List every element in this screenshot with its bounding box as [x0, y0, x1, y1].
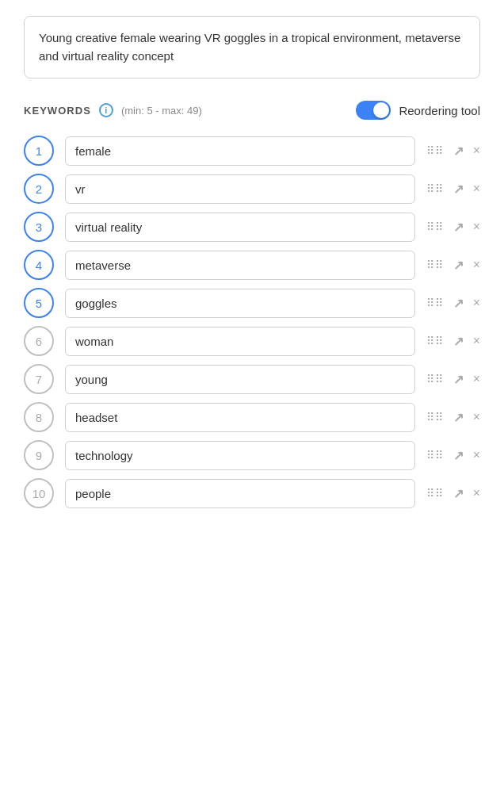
drag-icon[interactable]: ⠿⠿: [426, 335, 444, 347]
remove-icon[interactable]: ×: [473, 220, 480, 234]
remove-icon[interactable]: ×: [473, 448, 480, 462]
drag-icon[interactable]: ⠿⠿: [426, 220, 444, 233]
keyword-row: 8 ⠿⠿ ↗ ×: [24, 402, 480, 432]
description-text: Young creative female wearing VR goggles…: [39, 31, 460, 63]
keywords-range: (min: 5 - max: 49): [121, 105, 202, 117]
remove-icon[interactable]: ×: [473, 144, 480, 158]
keyword-input[interactable]: [65, 479, 415, 508]
keyword-input[interactable]: [65, 327, 415, 356]
move-up-icon[interactable]: ↗: [453, 448, 464, 463]
keyword-input[interactable]: [65, 365, 415, 394]
row-actions: ⠿⠿ ↗ ×: [426, 410, 480, 425]
remove-icon[interactable]: ×: [473, 410, 480, 424]
row-actions: ⠿⠿ ↗ ×: [426, 448, 480, 463]
remove-icon[interactable]: ×: [473, 258, 480, 272]
move-up-icon[interactable]: ↗: [453, 182, 464, 197]
drag-icon[interactable]: ⠿⠿: [426, 411, 444, 423]
remove-icon[interactable]: ×: [473, 182, 480, 196]
description-box: Young creative female wearing VR goggles…: [24, 16, 480, 79]
keyword-number: 9: [24, 440, 54, 470]
drag-icon[interactable]: ⠿⠿: [426, 487, 444, 500]
row-actions: ⠿⠿ ↗ ×: [426, 486, 480, 501]
move-up-icon[interactable]: ↗: [453, 220, 464, 235]
keyword-number: 5: [24, 288, 54, 318]
keyword-number: 2: [24, 174, 54, 204]
keywords-list: 1 ⠿⠿ ↗ × 2 ⠿⠿ ↗ × 3 ⠿⠿ ↗ × 4: [24, 136, 480, 508]
keyword-number: 4: [24, 250, 54, 280]
keyword-input[interactable]: [65, 213, 415, 242]
keyword-number: 7: [24, 364, 54, 394]
keyword-input[interactable]: [65, 136, 415, 166]
move-up-icon[interactable]: ↗: [453, 258, 464, 273]
keyword-input[interactable]: [65, 251, 415, 280]
keyword-row: 9 ⠿⠿ ↗ ×: [24, 440, 480, 470]
move-up-icon[interactable]: ↗: [453, 334, 464, 349]
row-actions: ⠿⠿ ↗ ×: [426, 182, 480, 197]
row-actions: ⠿⠿ ↗ ×: [426, 296, 480, 311]
drag-icon[interactable]: ⠿⠿: [426, 373, 444, 385]
keyword-row: 1 ⠿⠿ ↗ ×: [24, 136, 480, 166]
keyword-number: 10: [24, 478, 54, 508]
keyword-number: 1: [24, 136, 54, 166]
keyword-number: 8: [24, 402, 54, 432]
keyword-input[interactable]: [65, 289, 415, 318]
keyword-row: 6 ⠿⠿ ↗ ×: [24, 326, 480, 356]
keywords-label: KEYWORDS: [24, 105, 91, 117]
move-up-icon[interactable]: ↗: [453, 410, 464, 425]
keyword-input[interactable]: [65, 441, 415, 470]
remove-icon[interactable]: ×: [473, 486, 480, 500]
keyword-row: 10 ⠿⠿ ↗ ×: [24, 478, 480, 508]
drag-icon[interactable]: ⠿⠿: [426, 259, 444, 271]
drag-icon[interactable]: ⠿⠿: [426, 297, 444, 309]
keyword-row: 2 ⠿⠿ ↗ ×: [24, 174, 480, 204]
move-up-icon[interactable]: ↗: [453, 296, 464, 311]
row-actions: ⠿⠿ ↗ ×: [426, 220, 480, 235]
reordering-toggle-label: Reordering tool: [399, 104, 480, 117]
remove-icon[interactable]: ×: [473, 296, 480, 310]
keyword-row: 3 ⠿⠿ ↗ ×: [24, 212, 480, 242]
move-up-icon[interactable]: ↗: [453, 144, 464, 159]
keywords-header: KEYWORDS i (min: 5 - max: 49) Reordering…: [24, 101, 480, 120]
keyword-input[interactable]: [65, 403, 415, 432]
keyword-row: 5 ⠿⠿ ↗ ×: [24, 288, 480, 318]
keyword-number: 6: [24, 326, 54, 356]
row-actions: ⠿⠿ ↗ ×: [426, 334, 480, 349]
toggle-knob: [373, 102, 389, 118]
row-actions: ⠿⠿ ↗ ×: [426, 258, 480, 273]
drag-icon[interactable]: ⠿⠿: [426, 144, 444, 157]
drag-icon[interactable]: ⠿⠿: [426, 182, 444, 195]
drag-icon[interactable]: ⠿⠿: [426, 449, 444, 462]
keyword-row: 7 ⠿⠿ ↗ ×: [24, 364, 480, 394]
keyword-input[interactable]: [65, 174, 415, 204]
move-up-icon[interactable]: ↗: [453, 486, 464, 501]
remove-icon[interactable]: ×: [473, 334, 480, 348]
keyword-number: 3: [24, 212, 54, 242]
info-icon[interactable]: i: [99, 103, 113, 117]
remove-icon[interactable]: ×: [473, 372, 480, 386]
row-actions: ⠿⠿ ↗ ×: [426, 144, 480, 159]
keyword-row: 4 ⠿⠿ ↗ ×: [24, 250, 480, 280]
reordering-toggle-container: Reordering tool: [356, 101, 480, 120]
move-up-icon[interactable]: ↗: [453, 372, 464, 387]
row-actions: ⠿⠿ ↗ ×: [426, 372, 480, 387]
reordering-toggle[interactable]: [356, 101, 391, 120]
